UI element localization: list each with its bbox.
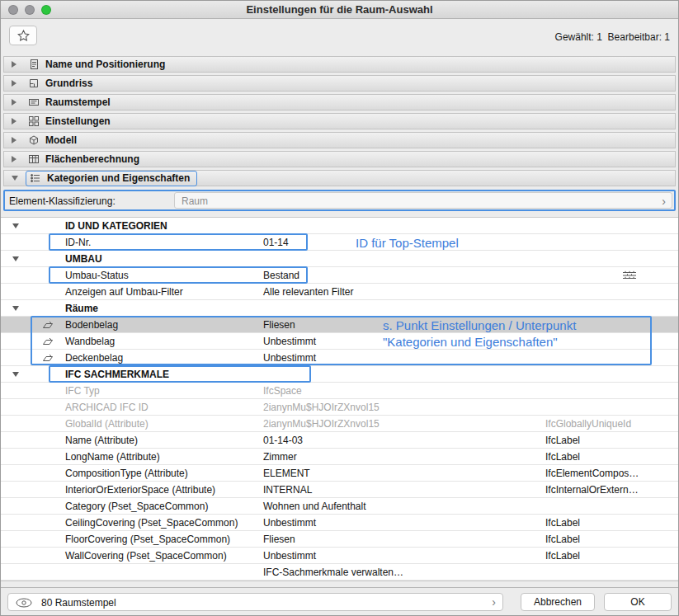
titlebar: Einstellungen für die Raum-Auswahl [1,1,678,19]
accordion-section-label: Modell [45,134,77,146]
property-value[interactable]: ELEMENT [263,468,310,479]
property-value[interactable]: Bestand [263,270,299,281]
table-row-ceilingcovering-pset-spacecommon[interactable]: CeilingCovering (Pset_SpaceCommon)Unbest… [1,515,678,531]
property-value[interactable]: Unbestimmt [263,517,316,529]
ok-button[interactable]: OK [604,593,672,611]
property-value[interactable]: 01-14-03 [263,435,303,446]
table-row-ifc-typ[interactable]: IFC TypIfcSpace [1,383,678,399]
model-icon [28,134,40,146]
disclosure-triangle-icon[interactable] [12,99,17,106]
property-value[interactable]: Alle relevanten Filter [263,286,353,298]
zone-settings-dialog: Einstellungen für die Raum-Auswahl Gewäh… [0,0,679,616]
disclosure-triangle-icon[interactable] [12,176,18,181]
property-label: IFC Typ [65,385,100,397]
table-row-anzeigen-auf-umbau-filter[interactable]: Anzeigen auf Umbau-FilterAlle relevanten… [1,284,678,300]
accordion-section-einstellungen[interactable]: Einstellungen [3,113,676,129]
table-row-archicad-ifc-id[interactable]: ARCHICAD IFC ID2ianynMu$HJOIrZXnvol15 [1,399,678,416]
accordion-section-header: Kategorien und Eigenschaften [26,171,197,186]
chevron-right-icon: › [662,195,666,207]
accordion-section-grundriss[interactable]: Grundriss [3,75,676,92]
accordion-section-modell[interactable]: Modell [3,132,676,148]
disclosure-triangle-icon[interactable] [12,256,19,261]
property-label: CompositionType (Attribute) [65,468,188,479]
accordion-section-label: Einstellungen [45,115,111,127]
surface-icon [42,336,54,347]
disclosure-triangle-icon[interactable] [12,156,17,162]
eye-icon [15,597,33,609]
properties-table: ID UND KATEGORIENID-Nr.01-14UMBAUUmbau-S… [1,217,678,581]
table-row-id-nr[interactable]: ID-Nr.01-14 [1,234,678,251]
footer-bar: 80 Raumstempel › Abbrechen OK [1,587,678,615]
settings-accordion: Name und PositionierungGrundrissRaumstem… [3,56,676,189]
table-section-umbau[interactable]: UMBAU [1,251,678,267]
property-label: Anzeigen auf Umbau-Filter [65,286,183,298]
table-section-r-ume[interactable]: Räume [1,300,678,317]
disclosure-triangle-icon[interactable] [12,118,17,125]
disclosure-triangle-icon[interactable] [12,223,19,228]
disclosure-triangle-icon[interactable] [12,372,19,377]
table-section-ifc-sachmerkmale[interactable]: IFC SACHMERKMALE [1,366,678,383]
close-button[interactable] [8,5,18,15]
property-value[interactable]: Fliesen [263,319,295,331]
categories-icon [30,172,41,184]
cancel-button[interactable]: Abbrechen [521,593,595,611]
ifc-type-label: IfcElementCompos… [545,468,639,479]
name-positioning-icon [28,59,40,70]
classification-field[interactable]: Raum › [174,192,672,209]
surface-icon [42,319,54,331]
property-value[interactable]: INTERNAL [263,484,312,496]
accordion-section-label: Kategorien und Eigenschaften [47,172,190,184]
table-row-bodenbelag[interactable]: BodenbelagFliesen [1,317,678,333]
table-row-wallcovering-pset-spacecommon[interactable]: WallCovering (Pset_SpaceCommon)Unbestimm… [1,548,678,564]
renovation-filter-icon[interactable] [622,270,637,281]
property-label: FloorCovering (Pset_SpaceCommon) [65,534,230,545]
zone-stamp-preview-label: 80 Raumstempel [41,597,116,609]
table-row-compositiontype-attribute[interactable]: CompositionType (Attribute)ELEMENTIfcEle… [1,465,678,482]
classification-value: Raum [182,195,208,207]
ifc-type-label: IfcLabel [545,534,580,545]
table-row-interiororexteriorspace-attribute[interactable]: InteriorOrExteriorSpace (Attribute)INTER… [1,482,678,498]
table-row-category-pset-spacecommon[interactable]: Category (Pset_SpaceCommon)Wohnen und Au… [1,498,678,515]
ifc-type-label: IfcInternalOrExtern… [545,484,639,496]
property-label: WallCovering (Pset_SpaceCommon) [65,550,227,562]
accordion-section-label: Flächenberechnung [45,153,139,165]
table-row-longname-attribute[interactable]: LongName (Attribute)ZimmerIfcLabel [1,449,678,465]
disclosure-triangle-icon[interactable] [12,61,17,68]
accordion-section-name-und-positionierung[interactable]: Name und Positionierung [3,56,676,73]
zone-stamp-preview-control[interactable]: 80 Raumstempel › [7,593,503,611]
property-value[interactable]: Unbestimmt [263,352,316,364]
table-row-globalid-attribute[interactable]: GlobalId (Attribute)2ianynMu$HJOIrZXnvol… [1,416,678,432]
table-row-floorcovering-pset-spacecommon[interactable]: FloorCovering (Pset_SpaceCommon)FliesenI… [1,531,678,548]
disclosure-triangle-icon[interactable] [12,306,19,311]
table-section-label: UMBAU [65,253,102,265]
table-row-ifc-sachmerkmale-verwalten[interactable]: IFC-Sachmerkmale verwalten… [1,564,678,581]
minimize-button[interactable] [25,5,35,15]
table-section-label: Räume [65,303,98,314]
favorites-button[interactable] [9,26,37,45]
property-value[interactable]: Unbestimmt [263,550,316,562]
property-value[interactable]: 01-14 [263,237,289,248]
property-label: Name (Attribute) [65,435,138,446]
property-label: Deckenbelag [65,352,123,364]
accordion-section-kategorien-und-eigenschaften[interactable]: Kategorien und Eigenschaften [3,170,676,186]
table-section-id-und-kategorien[interactable]: ID UND KATEGORIEN [1,218,678,234]
property-label: ID-Nr. [65,237,91,248]
table-row-name-attribute[interactable]: Name (Attribute)01-14-03IfcLabel [1,432,678,449]
table-row-wandbelag[interactable]: WandbelagUnbestimmt [1,333,678,350]
property-value[interactable]: Wohnen und Aufenthalt [263,501,366,512]
accordion-section-header: Raumstempel [24,95,118,111]
table-row-deckenbelag[interactable]: DeckenbelagUnbestimmt [1,350,678,366]
property-value[interactable]: Fliesen [263,534,295,545]
accordion-section-fl-chenberechnung[interactable]: Flächenberechnung [3,151,676,167]
disclosure-triangle-icon[interactable] [12,137,17,143]
zoom-button[interactable] [41,5,51,15]
ifc-type-label: IfcGloballyUniqueId [545,418,631,430]
table-row-umbau-status[interactable]: Umbau-StatusBestand [1,267,678,284]
property-value: 2ianynMu$HJOIrZXnvol15 [263,402,380,413]
ifc-type-label: IfcLabel [545,451,580,463]
accordion-section-raumstempel[interactable]: Raumstempel [3,94,676,111]
disclosure-triangle-icon[interactable] [12,80,17,87]
property-value[interactable]: Unbestimmt [263,336,316,347]
property-value[interactable]: Zimmer [263,451,297,463]
property-value[interactable]: IFC-Sachmerkmale verwalten… [263,567,403,578]
